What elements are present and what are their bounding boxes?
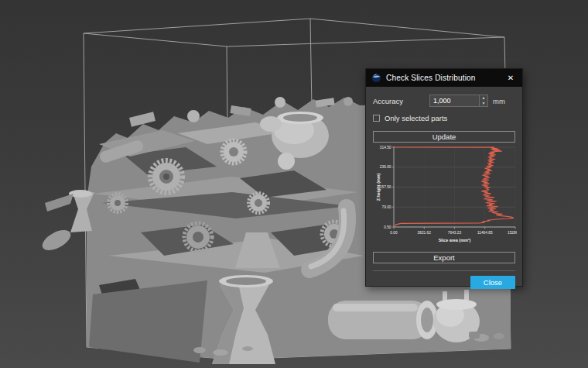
only-selected-row[interactable]: Only selected parts xyxy=(373,114,515,122)
spinner-down-icon[interactable]: ▼ xyxy=(480,101,487,106)
svg-text:79.00: 79.00 xyxy=(381,205,391,209)
svg-text:Z height (mm): Z height (mm) xyxy=(376,173,381,201)
accuracy-value[interactable]: 1,000 xyxy=(430,95,479,106)
accuracy-spinner: ▲ ▼ xyxy=(479,95,487,106)
svg-text:314.50: 314.50 xyxy=(380,146,391,150)
svg-text:15286.47: 15286.47 xyxy=(508,231,517,235)
close-icon[interactable]: ✕ xyxy=(504,72,517,84)
check-slices-distribution-dialog: Check Slices Distribution ✕ Accuracy 1,0… xyxy=(365,68,523,287)
svg-text:157.50: 157.50 xyxy=(380,185,391,189)
accuracy-input[interactable]: 1,000 ▲ ▼ xyxy=(429,95,488,107)
dialog-body: Accuracy 1,000 ▲ ▼ mm Only selected part… xyxy=(366,87,522,293)
sphere-part xyxy=(278,153,295,170)
close-button[interactable]: Close xyxy=(470,276,515,289)
cylinder-part xyxy=(328,301,438,339)
dialog-separator xyxy=(373,270,515,271)
gear xyxy=(150,160,183,193)
svg-text:7643.23: 7643.23 xyxy=(448,231,462,235)
dialog-titlebar[interactable]: Check Slices Distribution ✕ xyxy=(366,69,522,87)
part-fragment xyxy=(45,194,74,212)
only-selected-checkbox[interactable] xyxy=(373,115,380,122)
small-bowl-part xyxy=(260,116,282,132)
slices-distribution-icon xyxy=(371,73,381,83)
bowl-part xyxy=(272,112,329,158)
svg-text:0.50: 0.50 xyxy=(384,225,391,229)
dialog-title: Check Slices Distribution xyxy=(386,74,504,82)
svg-text:3821.62: 3821.62 xyxy=(418,231,432,235)
only-selected-label: Only selected parts xyxy=(385,114,447,122)
part-fragment xyxy=(39,226,74,254)
chart-canvas: 0.003821.627643.2311464.8515286.470.5079… xyxy=(373,145,517,246)
accuracy-unit-label: mm xyxy=(493,97,505,105)
export-button[interactable]: Export xyxy=(373,252,515,263)
accuracy-label: Accuracy xyxy=(373,97,429,105)
slice-distribution-chart: 0.003821.627643.2311464.8515286.470.5079… xyxy=(373,145,515,248)
accuracy-row: Accuracy 1,000 ▲ ▼ mm xyxy=(373,95,515,107)
svg-text:Slice area (mm²): Slice area (mm²) xyxy=(439,238,471,242)
update-button[interactable]: Update xyxy=(373,131,515,143)
spinner-up-icon[interactable]: ▲ xyxy=(480,95,487,101)
3d-viewport[interactable]: Check Slices Distribution ✕ Accuracy 1,0… xyxy=(0,0,588,368)
svg-text:11464.85: 11464.85 xyxy=(477,231,493,235)
svg-text:0.00: 0.00 xyxy=(390,231,398,235)
svg-text:236.00: 236.00 xyxy=(380,165,391,169)
